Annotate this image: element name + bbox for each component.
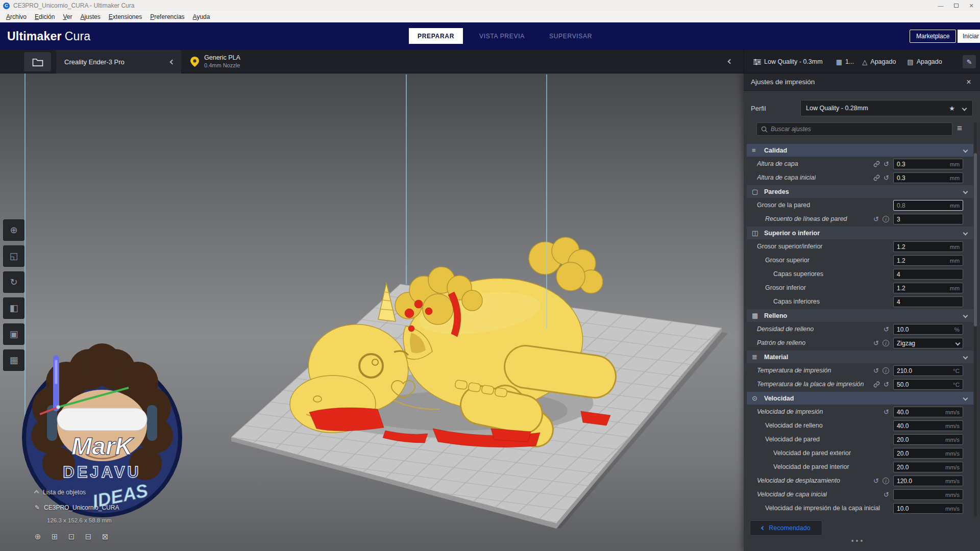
arrange-icon[interactable]: ⊕: [32, 531, 44, 543]
cura-window: C CE3PRO_Unicornio_CURA - Ultimaker Cura…: [0, 0, 980, 551]
panel-close-icon[interactable]: ×: [963, 76, 975, 88]
setting-label: Velocidad de pared: [765, 433, 820, 446]
mirror-tool-icon[interactable]: ◧: [3, 297, 24, 319]
setting-row: Grosor superior/inferior 1.2 mm: [744, 240, 980, 254]
setting-value-box[interactable]: 20.0 mm/s: [893, 448, 963, 459]
category-superior-inferior[interactable]: ◫ Superior o inferior: [747, 227, 973, 239]
settings-menu-icon[interactable]: ≡: [957, 123, 962, 134]
category-material[interactable]: ≣ Material: [747, 350, 973, 363]
info-icon[interactable]: i: [883, 478, 889, 484]
link-icon[interactable]: [873, 381, 880, 388]
setting-value-box[interactable]: 50.0 °C: [893, 379, 963, 390]
setting-value-box-focused[interactable]: mm: [893, 200, 963, 211]
info-icon[interactable]: i: [883, 340, 889, 346]
cube-solid-icon[interactable]: ⊡: [65, 531, 78, 543]
reset-icon[interactable]: ↺: [873, 216, 879, 222]
collapse-settings-chevron[interactable]: [728, 59, 733, 64]
edit-settings-pencil-icon[interactable]: ✎: [963, 55, 976, 68]
link-icon[interactable]: [873, 161, 880, 167]
setting-value-box[interactable]: 0.3 mm: [893, 172, 963, 183]
settings-search[interactable]: [756, 122, 952, 136]
reset-icon[interactable]: ↺: [873, 478, 879, 484]
wall-thickness-input[interactable]: [897, 202, 944, 209]
setting-value-box[interactable]: 4: [893, 269, 963, 280]
reset-icon[interactable]: ↺: [884, 161, 889, 167]
cube-xray-icon[interactable]: ⊠: [99, 531, 111, 543]
reset-icon[interactable]: ↺: [884, 174, 889, 181]
titlebar: C CE3PRO_Unicornio_CURA - Ultimaker Cura…: [0, 0, 980, 11]
setting-value-box[interactable]: 210.0 °C: [893, 365, 963, 376]
setting-label: Capas inferiores: [773, 295, 820, 309]
link-icon[interactable]: [873, 174, 880, 181]
setting-value-box[interactable]: 10.0 mm/s: [893, 503, 963, 514]
cube-flat-icon[interactable]: ⊟: [82, 531, 94, 543]
marketplace-button[interactable]: Marketplace: [910, 30, 956, 43]
menu-preferencias[interactable]: Preferencias: [146, 12, 188, 21]
rotate-tool-icon[interactable]: ↻: [3, 271, 24, 293]
setting-value-box[interactable]: 40.0 mm/s: [893, 407, 963, 417]
setting-value-box[interactable]: 3: [893, 214, 963, 224]
info-icon[interactable]: i: [883, 367, 889, 374]
setting-row: Velocidad de impresión de la capa inicia…: [744, 502, 980, 515]
setting-value-box[interactable]: mm/s: [893, 489, 963, 500]
reset-icon[interactable]: ↺: [884, 491, 889, 498]
open-file-button[interactable]: [24, 52, 51, 71]
recommended-button[interactable]: Recomendado: [750, 520, 822, 536]
menu-extensiones[interactable]: Extensiones: [105, 12, 146, 21]
print-settings-summary[interactable]: Low Quality - 0.3mm ▦ 1... △ Apagado ▤ A…: [744, 50, 980, 73]
object-list-item[interactable]: ✎ CE3PRO_Unicornio_CURA: [35, 504, 119, 511]
setting-value-box[interactable]: 40.0 mm/s: [893, 420, 963, 431]
cube-view-icon[interactable]: ⊞: [48, 531, 61, 543]
tab-vista-previa[interactable]: VISTA PREVIA: [479, 28, 525, 44]
close-button[interactable]: ✕: [964, 0, 979, 11]
setting-label: Temperatura de impresión: [757, 364, 831, 378]
tab-preparar[interactable]: PREPARAR: [409, 28, 463, 44]
menu-archivo[interactable]: Archivo: [2, 12, 31, 21]
printer-selector[interactable]: Creality Ender-3 Pro: [56, 50, 181, 73]
reset-icon[interactable]: ↺: [884, 326, 889, 333]
support-blocker-icon[interactable]: ▦: [3, 349, 24, 371]
menu-ver[interactable]: Ver: [59, 12, 76, 21]
reset-icon[interactable]: ↺: [873, 340, 879, 346]
search-input[interactable]: [771, 126, 948, 133]
menu-ajustes[interactable]: Ajustes: [76, 12, 104, 21]
profile-value: Low Quality - 0.28mm: [806, 105, 868, 112]
panel-resize-dots[interactable]: •••: [832, 537, 884, 545]
category-paredes[interactable]: ▢ Paredes: [747, 185, 973, 198]
infill-pattern-dropdown[interactable]: Zigzag: [893, 338, 963, 348]
logo-ultimaker: Ultimaker: [7, 30, 62, 43]
reset-icon[interactable]: ↺: [873, 367, 879, 374]
menu-edicion[interactable]: Edición: [31, 12, 59, 21]
category-relleno[interactable]: ▦ Relleno: [747, 309, 973, 322]
info-icon[interactable]: i: [883, 216, 889, 222]
setting-row: Temperatura de la placa de impresión ↺ 5…: [744, 378, 980, 391]
scale-tool-icon[interactable]: ◱: [3, 245, 24, 267]
per-model-settings-icon[interactable]: ▣: [3, 323, 24, 345]
star-icon[interactable]: ★: [949, 105, 955, 112]
minimize-button[interactable]: —: [933, 0, 948, 11]
move-tool-icon[interactable]: ⊕: [3, 219, 24, 241]
reset-icon[interactable]: ↺: [884, 409, 889, 415]
setting-value-box[interactable]: 1.2 mm: [893, 241, 963, 252]
category-calidad[interactable]: ≡ Calidad: [747, 144, 973, 157]
maximize-button[interactable]: [948, 0, 964, 11]
setting-value-box[interactable]: 1.2 mm: [893, 255, 963, 266]
setting-value-box[interactable]: 120.0 mm/s: [893, 475, 963, 486]
tab-supervisar[interactable]: SUPERVISAR: [549, 28, 592, 44]
setting-row: Grosor superior 1.2 mm: [744, 254, 980, 267]
setting-value-box[interactable]: 1.2 mm: [893, 283, 963, 293]
menu-ayuda[interactable]: Ayuda: [189, 12, 214, 21]
object-list-toggle[interactable]: Lista de objetos: [35, 489, 86, 496]
setting-value-box[interactable]: 10.0 %: [893, 324, 963, 335]
setting-value-box[interactable]: 4: [893, 296, 963, 307]
profile-dropdown[interactable]: Low Quality - 0.28mm ★: [800, 100, 973, 116]
setting-value-box[interactable]: 0.3 mm: [893, 159, 963, 169]
panel-scrollbar-thumb[interactable]: [974, 153, 977, 327]
setting-value-box[interactable]: 20.0 mm/s: [893, 462, 963, 472]
material-selector[interactable]: Generic PLA 0.4mm Nozzle: [182, 50, 240, 73]
setting-value-box[interactable]: 20.0 mm/s: [893, 434, 963, 445]
folder-icon: [32, 57, 44, 67]
sign-in-button[interactable]: Iniciar: [958, 30, 980, 43]
category-velocidad[interactable]: ⊙ Velocidad: [747, 392, 973, 405]
reset-icon[interactable]: ↺: [884, 381, 889, 388]
